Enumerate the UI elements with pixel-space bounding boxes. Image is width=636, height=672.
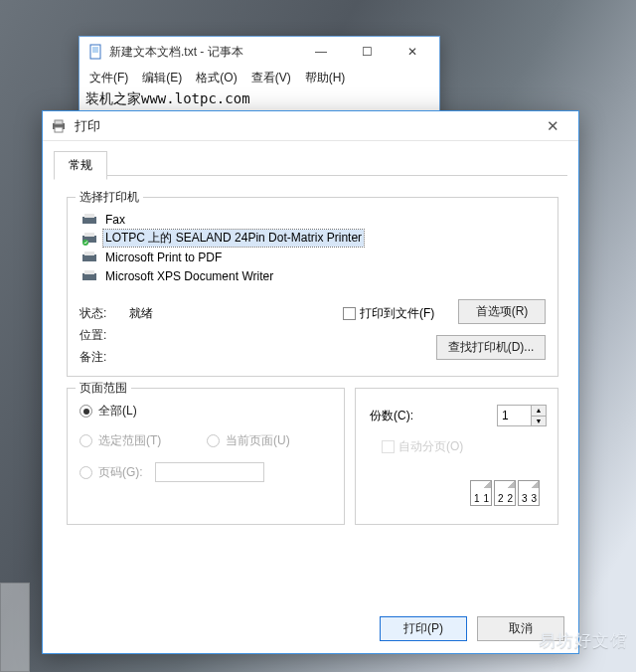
- radio-pages: 页码(G):: [80, 462, 264, 482]
- radio-all[interactable]: 全部(L): [80, 403, 137, 420]
- svg-rect-7: [82, 217, 96, 224]
- group-page-range: 页面范围 全部(L) 选定范围(T) 当前页面(U) 页码(G):: [67, 388, 345, 525]
- printer-item-fax[interactable]: Fax: [80, 210, 546, 229]
- svg-rect-15: [84, 270, 94, 274]
- printer-list[interactable]: Fax LOTPC 上的 SEALAND 24Pin Dot-Matrix Pr…: [80, 210, 546, 285]
- printer-item-mspdf[interactable]: Microsoft Print to PDF: [80, 248, 546, 266]
- copies-spinner[interactable]: ▲▼: [497, 405, 547, 426]
- radio-all-label: 全部(L): [98, 403, 137, 420]
- location-label: 位置:: [80, 327, 119, 344]
- checkbox-icon: [382, 440, 395, 453]
- collate-label: 自动分页(O): [398, 438, 463, 455]
- svg-rect-12: [82, 254, 96, 261]
- radio-selection-label: 选定范围(T): [98, 432, 161, 449]
- radio-current: 当前页面(U): [207, 432, 290, 449]
- pages-input: [155, 462, 264, 482]
- tab-divider: [54, 175, 567, 176]
- printer-label: LOTPC 上的 SEALAND 24Pin Dot-Matrix Printe…: [103, 230, 364, 247]
- group-select-printer: 选择打印机 Fax LOTPC 上的 SEALAND 24Pin Dot-Mat…: [67, 197, 558, 377]
- notepad-textarea[interactable]: 装机之家www.lotpc.com: [80, 88, 439, 110]
- printer-icon: [81, 269, 97, 283]
- printer-icon: [81, 251, 97, 264]
- collate-illustration: 11 22 33: [470, 480, 540, 506]
- print-titlebar[interactable]: 打印 ✕: [43, 111, 578, 141]
- watermark-text: 易坊好文馆: [539, 629, 628, 652]
- svg-rect-5: [55, 120, 63, 124]
- radio-icon: [80, 466, 92, 479]
- spin-down-icon[interactable]: ▼: [532, 417, 546, 426]
- group-copies: 份数(C): ▲▼ 自动分页(O) 11 22 33: [355, 388, 558, 525]
- collate-checkbox: 自动分页(O): [382, 438, 463, 455]
- tab-general[interactable]: 常规: [54, 151, 107, 180]
- print-to-file-label: 打印到文件(F): [360, 305, 434, 322]
- print-button[interactable]: 打印(P): [380, 616, 467, 641]
- menu-help[interactable]: 帮助(H): [299, 68, 352, 88]
- comment-label: 备注:: [80, 349, 119, 366]
- radio-selection: 选定范围(T): [80, 432, 161, 449]
- printer-label: Fax: [103, 213, 127, 227]
- group-select-printer-label: 选择打印机: [76, 189, 143, 206]
- printer-label: Microsoft Print to PDF: [103, 251, 224, 264]
- svg-rect-13: [84, 252, 94, 255]
- printer-icon: [51, 118, 67, 134]
- print-dialog: 打印 ✕ 常规 选择打印机 Fax LOTPC 上的 SEALAND 24Pin…: [42, 110, 579, 654]
- copies-input[interactable]: [497, 405, 531, 426]
- radio-icon: [80, 405, 92, 418]
- notepad-menubar: 文件(F) 编辑(E) 格式(O) 查看(V) 帮助(H): [80, 67, 439, 88]
- taskbar-thumb: [0, 583, 30, 672]
- printer-item-sealand[interactable]: LOTPC 上的 SEALAND 24Pin Dot-Matrix Printe…: [80, 229, 546, 248]
- page-icon: 11: [470, 480, 492, 506]
- close-button[interactable]: ✕: [390, 38, 435, 66]
- menu-view[interactable]: 查看(V): [245, 68, 297, 88]
- find-printer-button[interactable]: 查找打印机(D)...: [436, 335, 546, 360]
- radio-icon: [80, 434, 92, 447]
- svg-rect-8: [84, 214, 94, 218]
- notepad-titlebar[interactable]: 新建文本文档.txt - 记事本 ― ☐ ✕: [80, 37, 439, 67]
- menu-format[interactable]: 格式(O): [190, 68, 242, 88]
- menu-edit[interactable]: 编辑(E): [136, 68, 188, 88]
- printer-item-msxps[interactable]: Microsoft XPS Document Writer: [80, 266, 546, 285]
- copies-label: 份数(C):: [370, 408, 413, 424]
- svg-rect-10: [84, 233, 94, 237]
- group-page-range-label: 页面范围: [76, 380, 131, 397]
- page-icon: 33: [518, 480, 540, 506]
- maximize-button[interactable]: ☐: [344, 38, 390, 66]
- printer-label: Microsoft XPS Document Writer: [103, 269, 275, 283]
- radio-pages-label: 页码(G):: [98, 464, 143, 481]
- checkbox-icon: [343, 307, 356, 320]
- svg-rect-14: [82, 273, 96, 280]
- network-printer-icon: [81, 232, 97, 246]
- radio-icon: [207, 434, 220, 447]
- spin-up-icon[interactable]: ▲: [532, 406, 546, 417]
- print-title: 打印: [75, 117, 533, 135]
- notepad-icon: [87, 44, 103, 60]
- preferences-button[interactable]: 首选项(R): [458, 299, 546, 324]
- status-label: 状态:: [80, 305, 119, 322]
- print-to-file-checkbox[interactable]: 打印到文件(F): [343, 305, 434, 322]
- close-button[interactable]: ✕: [533, 113, 572, 139]
- minimize-button[interactable]: ―: [298, 38, 344, 66]
- fax-icon: [81, 213, 97, 227]
- svg-rect-6: [55, 127, 63, 132]
- radio-current-label: 当前页面(U): [226, 432, 290, 449]
- notepad-title-text: 新建文本文档.txt - 记事本: [109, 44, 298, 61]
- menu-file[interactable]: 文件(F): [83, 68, 134, 88]
- page-icon: 22: [494, 480, 516, 506]
- status-value: 就绪: [129, 305, 153, 322]
